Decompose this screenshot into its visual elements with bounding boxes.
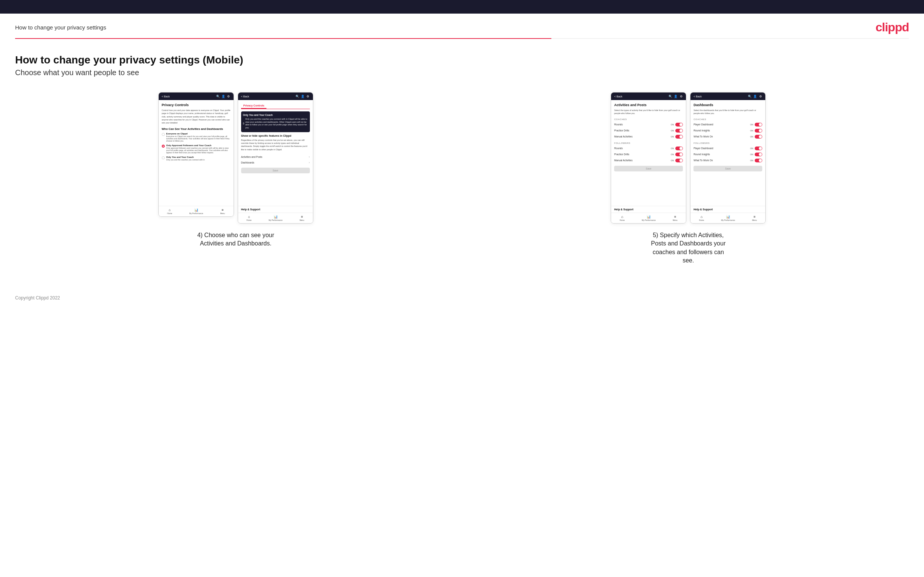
coaches-drills-row[interactable]: Practice Drills ON xyxy=(614,127,683,134)
tab-performance-3[interactable]: 📊 My Performance xyxy=(642,215,656,221)
person-icon-4[interactable]: 👤 xyxy=(753,94,757,98)
settings-icon-3[interactable]: ⚙ xyxy=(679,94,683,98)
followers-round-insights-row[interactable]: Round Insights ON xyxy=(693,152,762,158)
radio-label-1: Everyone on Clippd xyxy=(166,132,231,135)
tab-home-label-4: Home xyxy=(699,219,704,221)
coaches-manual-row[interactable]: Manual Activities ON xyxy=(614,134,683,140)
nav-icons-4: 🔍 👤 ⚙ xyxy=(748,94,762,98)
followers-rounds-toggle[interactable] xyxy=(675,147,683,150)
coaches-what-work-row[interactable]: What To Work On ON xyxy=(693,134,762,140)
radio-option-coach-only[interactable]: Only You and Your Coach Only you and the… xyxy=(162,156,231,161)
radio-label-2: Only Approved Followers and Your Coach xyxy=(166,144,231,147)
followers-rounds-row[interactable]: Rounds ON xyxy=(614,145,683,152)
coaches-insights-toggle[interactable] xyxy=(755,129,762,132)
followers-work-toggle-group: ON xyxy=(750,159,762,162)
radio-option-followers[interactable]: Only Approved Followers and Your Coach O… xyxy=(162,144,231,154)
followers-drills-row[interactable]: Practice Drills ON xyxy=(614,152,683,158)
followers-manual-toggle[interactable] xyxy=(675,159,683,162)
followers-rounds-label: Rounds xyxy=(614,147,622,150)
page-heading: How to change your privacy settings (Mob… xyxy=(15,54,909,66)
tab-performance-2[interactable]: 📊 My Performance xyxy=(269,215,283,221)
radio-circle-3 xyxy=(162,156,165,160)
radio-desc-3: Only you and the coaches you connect wit… xyxy=(166,159,205,161)
back-button-4[interactable]: < Back xyxy=(693,95,702,98)
privacy-tab-active[interactable]: Privacy Controls xyxy=(241,103,267,109)
followers-manual-row[interactable]: Manual Activities ON xyxy=(614,158,683,163)
tab-menu-4[interactable]: ≡ Menu xyxy=(752,215,757,221)
followers-drills-toggle[interactable] xyxy=(675,153,683,156)
settings-icon-2[interactable]: ⚙ xyxy=(306,94,310,98)
coaches-label-4: COACHES xyxy=(693,118,762,121)
coaches-work-toggle[interactable] xyxy=(755,135,762,139)
save-button-3[interactable]: Save xyxy=(614,166,683,171)
tab-home-3[interactable]: ⌂ Home xyxy=(620,215,625,221)
tab-home-4[interactable]: ⌂ Home xyxy=(699,215,704,221)
search-icon-1[interactable]: 🔍 xyxy=(216,94,220,98)
person-icon-1[interactable]: 👤 xyxy=(221,94,225,98)
coaches-rounds-toggle[interactable] xyxy=(675,123,683,126)
followers-player-toggle-group: ON xyxy=(750,147,762,150)
coaches-label-3: COACHES xyxy=(614,118,683,121)
search-icon-4[interactable]: 🔍 xyxy=(748,94,752,98)
person-icon-2[interactable]: 👤 xyxy=(301,94,305,98)
coaches-player-dash-row[interactable]: Player Dashboard ON xyxy=(693,122,762,127)
tab-home-2[interactable]: ⌂ Home xyxy=(246,215,251,221)
settings-icon-4[interactable]: ⚙ xyxy=(758,94,762,98)
followers-player-toggle[interactable] xyxy=(755,147,762,150)
followers-insights-toggle[interactable] xyxy=(755,153,762,156)
followers-rounds-toggle-group: ON xyxy=(671,147,683,150)
mobile-screen-2: < Back 🔍 👤 ⚙ Privacy Controls xyxy=(238,92,313,224)
tab-home-1[interactable]: ⌂ Home xyxy=(167,208,172,214)
coaches-drills-toggle-group: ON xyxy=(671,129,683,132)
coaches-player-toggle[interactable] xyxy=(755,123,762,126)
tooltip-title: Only You and Your Coach xyxy=(243,113,308,117)
menu-icon-1: ≡ xyxy=(221,208,223,212)
back-button-2[interactable]: < Back xyxy=(241,95,249,98)
tab-menu-1[interactable]: ≡ Menu xyxy=(220,208,225,214)
tab-menu-3[interactable]: ≡ Menu xyxy=(673,215,678,221)
tab-menu-label-3: Menu xyxy=(673,219,678,221)
save-button-2[interactable]: Save xyxy=(241,168,310,173)
coaches-work-toggle-group: ON xyxy=(750,135,762,139)
screenshot-group-1: < Back 🔍 👤 ⚙ Privacy Controls Control ho… xyxy=(15,92,457,248)
tab-home-label-2: Home xyxy=(246,219,251,221)
caption-1: 4) Choose who can see your Activities an… xyxy=(194,231,277,248)
radio-option-everyone[interactable]: Everyone on Clippd Everyone on Clippd ca… xyxy=(162,132,231,142)
menu-icon-2: ≡ xyxy=(301,215,303,219)
save-button-4[interactable]: Save xyxy=(693,166,762,171)
radio-desc-1: Everyone on Clippd can search for you an… xyxy=(166,135,231,142)
performance-icon-2: 📊 xyxy=(274,215,278,219)
on-label-8: ON xyxy=(750,129,753,132)
coaches-manual-toggle[interactable] xyxy=(675,135,683,139)
search-icon-3[interactable]: 🔍 xyxy=(669,94,672,98)
dashboards-row[interactable]: Dashboards › xyxy=(241,160,310,165)
back-button-3[interactable]: < Back xyxy=(614,95,622,98)
screen3-content: Activities and Posts Select the types of… xyxy=(611,100,686,206)
followers-drills-label: Practice Drills xyxy=(614,153,629,156)
tab-performance-4[interactable]: 📊 My Performance xyxy=(721,215,735,221)
search-icon-2[interactable]: 🔍 xyxy=(296,94,299,98)
radio-desc-2: Only approved followers and coaches you … xyxy=(166,147,231,154)
followers-work-toggle[interactable] xyxy=(755,159,762,162)
tooltip-box: Only You and Your Coach Only you and the… xyxy=(241,111,310,132)
settings-icon-1[interactable]: ⚙ xyxy=(227,94,231,98)
tab-menu-2[interactable]: ≡ Menu xyxy=(300,215,305,221)
back-button-1[interactable]: < Back xyxy=(162,95,170,98)
coaches-round-insights-label: Round Insights xyxy=(693,129,710,132)
coaches-rounds-label: Rounds xyxy=(614,123,622,126)
followers-player-dash-row[interactable]: Player Dashboard ON xyxy=(693,145,762,152)
activities-chevron-icon: › xyxy=(309,155,310,159)
on-label-9: ON xyxy=(750,135,753,138)
coaches-round-insights-row[interactable]: Round Insights ON xyxy=(693,127,762,134)
followers-what-work-row[interactable]: What To Work On ON xyxy=(693,158,762,163)
nav-bar-1: < Back 🔍 👤 ⚙ xyxy=(159,92,234,100)
tab-menu-label-1: Menu xyxy=(220,212,225,214)
person-icon-3[interactable]: 👤 xyxy=(674,94,678,98)
home-icon-3: ⌂ xyxy=(621,215,623,219)
activities-posts-row[interactable]: Activities and Posts › xyxy=(241,154,310,160)
tab-performance-1[interactable]: 📊 My Performance xyxy=(189,208,203,214)
coaches-drills-toggle[interactable] xyxy=(675,129,683,132)
coaches-rounds-row[interactable]: Rounds ON xyxy=(614,122,683,127)
followers-manual-label: Manual Activities xyxy=(614,159,632,162)
help-support-4: Help & Support xyxy=(690,206,765,213)
